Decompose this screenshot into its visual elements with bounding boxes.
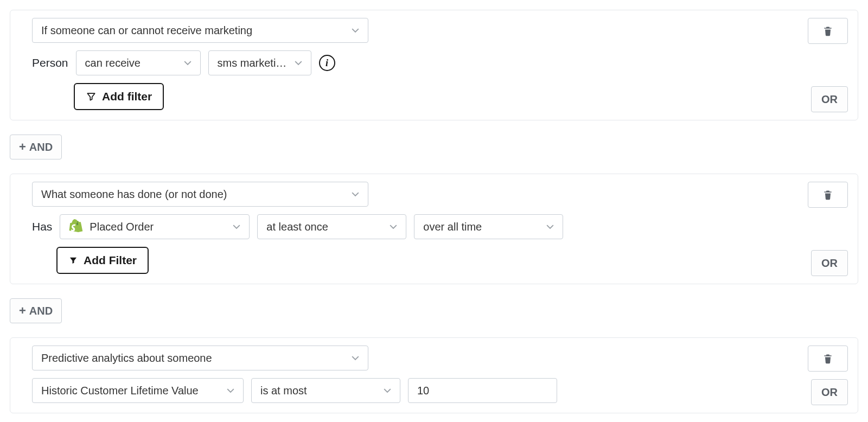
event-label: Placed Order [90, 221, 154, 233]
trash-icon [822, 25, 833, 37]
rule-type-select[interactable]: Predictive analytics about someone [32, 346, 368, 370]
metric-label: Historic Customer Lifetime Value [41, 385, 199, 397]
and-label: AND [29, 305, 53, 317]
condition-select[interactable]: can receive [76, 50, 201, 75]
filter-icon [86, 91, 97, 102]
delete-rule-button[interactable] [808, 346, 848, 372]
channel-select[interactable]: sms marketing [208, 50, 311, 75]
add-filter-button[interactable]: Add Filter [56, 247, 149, 274]
chevron-down-icon [233, 224, 240, 229]
or-button[interactable]: OR [811, 379, 848, 405]
add-filter-label: Add filter [102, 90, 152, 103]
channel-label: sms marketing [218, 57, 288, 69]
chevron-down-icon [184, 60, 192, 66]
condition-label: can receive [85, 57, 141, 69]
plus-icon: + [19, 305, 26, 317]
metric-select[interactable]: Historic Customer Lifetime Value [32, 378, 244, 403]
filter-icon [68, 255, 78, 265]
operator-select[interactable]: is at most [251, 378, 400, 403]
plus-icon: + [19, 141, 26, 153]
timeframe-select[interactable]: over all time [414, 214, 563, 239]
or-button[interactable]: OR [811, 86, 848, 112]
chevron-down-icon [384, 388, 391, 393]
and-connector-button[interactable]: + AND [10, 298, 62, 323]
rule-type-select[interactable]: What someone has done (or not done) [32, 182, 368, 207]
chevron-down-icon [352, 28, 359, 33]
or-button[interactable]: OR [811, 250, 848, 276]
frequency-label: at least once [266, 221, 328, 233]
chevron-down-icon [352, 191, 359, 197]
frequency-select[interactable]: at least once [257, 214, 406, 239]
value-text: 10 [417, 385, 429, 397]
rule-card-what-someone-has-done: OR What someone has done (or not done) H… [10, 174, 858, 284]
rule-type-select[interactable]: If someone can or cannot receive marketi… [32, 18, 368, 43]
has-prefix-label: Has [32, 220, 52, 233]
add-filter-label: Add Filter [84, 254, 137, 267]
rule-type-label: What someone has done (or not done) [41, 188, 227, 201]
rule-type-label: Predictive analytics about someone [41, 352, 212, 365]
operator-label: is at most [260, 385, 307, 397]
value-input[interactable]: 10 [408, 378, 557, 403]
info-icon[interactable]: i [319, 55, 335, 71]
delete-rule-button[interactable] [808, 18, 848, 44]
and-connector-button[interactable]: + AND [10, 135, 62, 159]
chevron-down-icon [546, 224, 554, 229]
person-prefix-label: Person [32, 56, 68, 69]
chevron-down-icon [352, 355, 359, 361]
and-label: AND [29, 141, 53, 154]
timeframe-label: over all time [423, 221, 482, 233]
chevron-down-icon [390, 224, 397, 229]
shopify-icon [69, 219, 83, 234]
event-select[interactable]: Placed Order [60, 214, 250, 239]
trash-icon [822, 353, 833, 365]
delete-rule-button[interactable] [808, 182, 848, 208]
chevron-down-icon [227, 388, 234, 393]
rule-card-marketing-consent: OR If someone can or cannot receive mark… [10, 10, 858, 120]
add-filter-button[interactable]: Add filter [74, 83, 164, 110]
rule-card-predictive-analytics: OR Predictive analytics about someone Hi… [10, 337, 858, 413]
rule-type-label: If someone can or cannot receive marketi… [41, 24, 252, 37]
chevron-down-icon [295, 60, 302, 66]
trash-icon [822, 189, 833, 201]
